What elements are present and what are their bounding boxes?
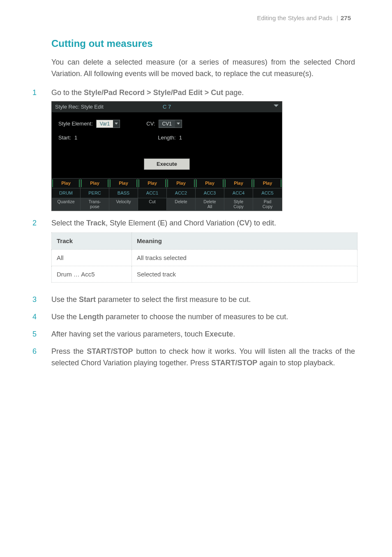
step-6-kw1: START/STOP (87, 347, 133, 355)
track-name-4[interactable]: ACC2 (167, 188, 196, 198)
track-play-4[interactable]: Play (167, 179, 196, 188)
track-play-1[interactable]: Play (81, 179, 109, 188)
track-name-2[interactable]: BASS (109, 188, 138, 198)
step-2-b: , Style Element ( (106, 219, 160, 227)
track-name-0[interactable]: DRUM (52, 188, 81, 198)
step-2-kw2: E (160, 219, 165, 227)
tab-style-copy[interactable]: Style Copy (224, 198, 253, 211)
step-1-path: Style/Pad Record > Style/Pad Edit > Cut (84, 88, 223, 97)
chevron-down-icon (113, 120, 120, 128)
style-element-label: Style Element: (58, 120, 93, 128)
step-2-c: ) and Chord Variation ( (165, 219, 239, 227)
step-6-c: again to stop playback. (257, 359, 335, 367)
track-play-5[interactable]: Play (196, 179, 224, 188)
track-play-6[interactable]: Play (224, 179, 253, 188)
track-name-5[interactable]: ACC3 (196, 188, 224, 198)
cell-track-0: All (52, 249, 132, 266)
style-element-row: Style Element: Var1 CV: CV1 (58, 120, 275, 128)
style-edit-screenshot: Style Rec: Style Edit C 7 Style Element:… (51, 101, 282, 211)
tab-quantize[interactable]: Quantize (52, 198, 81, 211)
cv-combo[interactable]: CV1 (159, 120, 182, 128)
tab-delete-all[interactable]: Delete All (196, 198, 224, 211)
step-5-a: After having set the various parameters,… (51, 330, 205, 338)
step-2-d: ) to edit. (249, 219, 276, 227)
execute-button[interactable]: Execute (144, 158, 190, 170)
running-head-sep: | (337, 14, 338, 21)
step-1-text-pre: Go to the (51, 88, 84, 97)
table-row: Drum … Acc5 Selected track (52, 266, 357, 282)
step-1: Go to the Style/Pad Record > Style/Pad E… (23, 87, 355, 211)
step-4-a: Use the (51, 313, 79, 321)
tab-cut[interactable]: Cut (138, 198, 167, 211)
track-grid: Play Play Play Play Play Play Play Play … (52, 178, 282, 211)
step-2-a: Select the (51, 219, 86, 227)
cv-value: CV1 (159, 120, 175, 128)
step-2-kw1: Track (86, 219, 106, 227)
step-4: Use the Length parameter to choose the n… (23, 311, 355, 323)
step-2: Select the Track, Style Element (E) and … (23, 218, 355, 283)
th-meaning: Meaning (132, 233, 357, 249)
step-3-a: Use the (51, 295, 79, 304)
track-name-1[interactable]: PERC (81, 188, 109, 198)
chevron-down-icon (175, 120, 182, 128)
intro-paragraph: You can delete a selected measure (or a … (51, 57, 355, 80)
track-name-7[interactable]: ACC5 (253, 188, 282, 198)
table-row: All All tracks selected (52, 249, 357, 266)
track-play-7[interactable]: Play (253, 179, 282, 188)
step-3: Use the Start parameter to select the fi… (23, 294, 355, 306)
tab-transpose[interactable]: Trans- pose (81, 198, 109, 211)
step-5-kw: Execute (205, 330, 233, 338)
screenshot-titlebar: Style Rec: Style Edit C 7 (52, 102, 282, 112)
th-track: Track (52, 233, 132, 249)
track-play-0[interactable]: Play (52, 179, 81, 188)
section-title: Cutting out measures (51, 38, 355, 49)
length-label: Length: (158, 134, 175, 142)
step-6: Press the START/STOP button to check how… (23, 346, 355, 369)
length-value[interactable]: 1 (179, 134, 182, 142)
start-length-row: Start: 1 Length: 1 (58, 134, 275, 142)
step-4-b: parameter to choose the number of measur… (104, 313, 288, 321)
cell-track-1: Drum … Acc5 (52, 266, 132, 282)
style-element-value: Var1 (97, 120, 113, 128)
tab-delete[interactable]: Delete (167, 198, 196, 211)
step-2-kw3: CV (239, 219, 249, 227)
step-1-text-post: page. (223, 88, 244, 97)
step-6-kw2: START/STOP (211, 359, 257, 367)
screenshot-title-left: Style Rec: Style Edit (55, 103, 104, 111)
track-meaning-table: Track Meaning All All tracks selected Dr… (51, 232, 357, 283)
step-3-kw: Start (79, 295, 96, 304)
cell-meaning-1: Selected track (132, 266, 357, 282)
tab-velocity[interactable]: Velocity (109, 198, 138, 211)
page-number: 275 (341, 14, 351, 21)
start-value[interactable]: 1 (74, 134, 77, 142)
tab-pad-copy[interactable]: Pad Copy (253, 198, 282, 211)
step-5: After having set the various parameters,… (23, 329, 355, 340)
screenshot-title-center: C 7 (163, 103, 171, 111)
cv-label: CV: (146, 120, 155, 128)
style-element-combo[interactable]: Var1 (96, 120, 120, 128)
step-3-b: parameter to select the first measure to… (96, 295, 251, 304)
track-name-6[interactable]: ACC4 (224, 188, 253, 198)
track-play-3[interactable]: Play (138, 179, 167, 188)
cell-meaning-0: All tracks selected (132, 249, 357, 266)
track-name-3[interactable]: ACC1 (138, 188, 167, 198)
step-4-kw: Length (79, 313, 104, 321)
running-head-title: Editing the Styles and Pads (257, 14, 332, 21)
running-head: Editing the Styles and Pads |275 (23, 14, 355, 21)
step-6-a: Press the (51, 347, 87, 355)
menu-caret-icon[interactable] (274, 104, 279, 107)
track-play-2[interactable]: Play (109, 179, 138, 188)
step-5-b: . (233, 330, 235, 338)
start-label: Start: (58, 134, 71, 142)
